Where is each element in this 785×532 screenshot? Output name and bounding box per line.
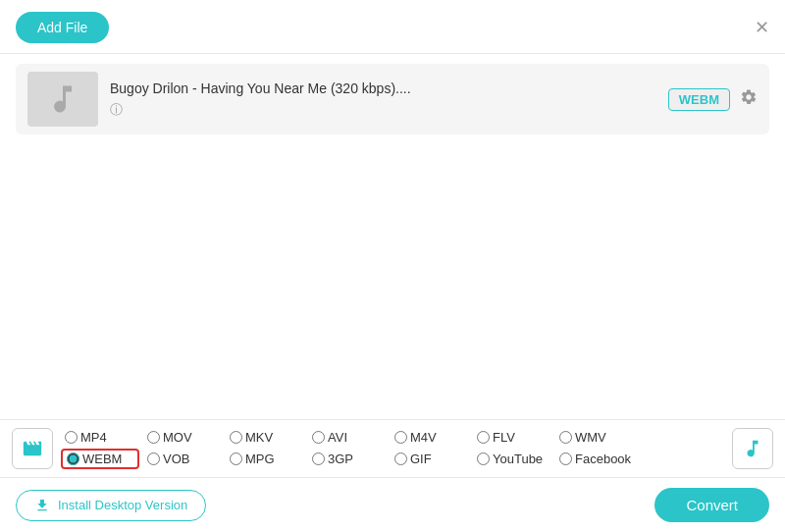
film-icon xyxy=(22,438,43,459)
audio-format-icon[interactable] xyxy=(732,428,773,469)
music-icon xyxy=(45,81,80,117)
info-icon[interactable]: ⓘ xyxy=(110,102,123,117)
convert-button[interactable]: Convert xyxy=(654,488,769,522)
settings-button[interactable] xyxy=(740,88,758,111)
format-badge-button[interactable]: WEBM xyxy=(668,88,730,111)
video-format-icon[interactable] xyxy=(12,428,53,469)
footer-bar: Install Desktop Version Convert xyxy=(0,478,785,532)
format-option-mpg[interactable]: MPG xyxy=(226,450,304,468)
format-options: MP4 MOV MKV AVI M4V FLV WM xyxy=(61,428,724,469)
gear-icon xyxy=(740,88,758,106)
format-row-1: MP4 MOV MKV AVI M4V FLV WM xyxy=(61,428,724,447)
install-button[interactable]: Install Desktop Version xyxy=(16,490,206,521)
file-thumbnail xyxy=(27,72,98,127)
format-option-wmv[interactable]: WMV xyxy=(555,428,634,447)
download-icon xyxy=(34,498,50,513)
format-selector: MP4 MOV MKV AVI M4V FLV WM xyxy=(0,420,785,478)
format-option-gif[interactable]: GIF xyxy=(391,450,469,468)
format-option-webm[interactable]: WEBM xyxy=(61,449,139,469)
format-option-vob[interactable]: VOB xyxy=(143,450,222,468)
format-option-mkv[interactable]: MKV xyxy=(226,428,304,447)
format-option-3gp[interactable]: 3GP xyxy=(308,450,387,468)
top-bar: Add File ✕ xyxy=(0,0,785,54)
format-option-mp4[interactable]: MP4 xyxy=(61,428,139,447)
format-option-facebook[interactable]: Facebook xyxy=(555,450,635,468)
file-list: Bugoy Drilon - Having You Near Me (320 k… xyxy=(0,54,785,144)
format-row-2: WEBM VOB MPG 3GP GIF YouTube xyxy=(61,449,724,469)
format-option-flv[interactable]: FLV xyxy=(473,428,551,447)
file-item: Bugoy Drilon - Having You Near Me (320 k… xyxy=(16,64,769,134)
music-note-icon xyxy=(742,438,763,459)
content-area xyxy=(0,144,785,399)
format-option-youtube[interactable]: YouTube xyxy=(473,450,551,468)
format-option-avi[interactable]: AVI xyxy=(308,428,387,447)
file-name: Bugoy Drilon - Having You Near Me (320 k… xyxy=(110,80,656,96)
close-button[interactable]: ✕ xyxy=(755,19,769,36)
format-option-mov[interactable]: MOV xyxy=(143,428,222,447)
file-info: Bugoy Drilon - Having You Near Me (320 k… xyxy=(110,80,656,119)
format-option-m4v[interactable]: M4V xyxy=(391,428,469,447)
file-actions: WEBM xyxy=(668,88,758,111)
bottom-panel: MP4 MOV MKV AVI M4V FLV WM xyxy=(0,419,785,532)
add-file-button[interactable]: Add File xyxy=(16,12,109,43)
